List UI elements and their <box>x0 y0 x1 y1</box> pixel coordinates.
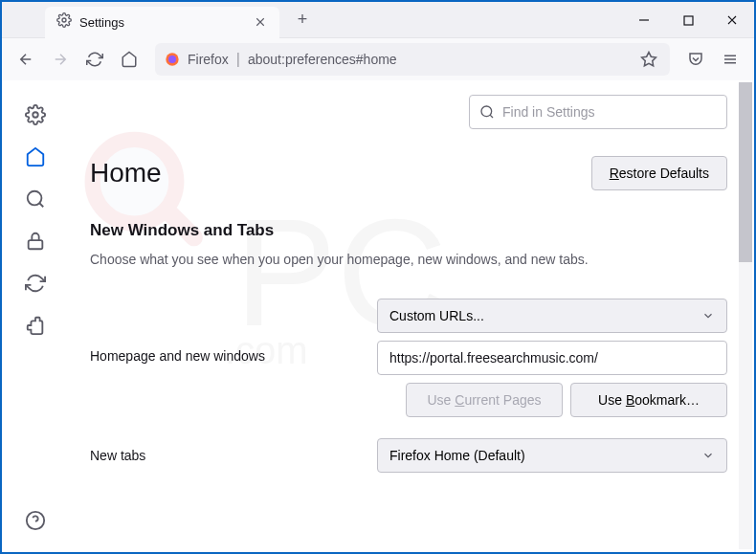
firefox-logo-icon <box>165 52 180 67</box>
forward-button[interactable] <box>44 43 77 76</box>
maximize-button[interactable] <box>666 2 710 38</box>
svg-line-20 <box>490 115 493 118</box>
use-bookmark-button[interactable]: Use Bookmark… <box>570 383 727 417</box>
restore-defaults-button[interactable]: Restore Defaults <box>591 156 727 190</box>
url-bar[interactable]: Firefox | about:preferences#home <box>155 43 670 76</box>
newtabs-mode-select[interactable]: Firefox Home (Default) <box>377 438 727 473</box>
section-title: New Windows and Tabs <box>90 221 727 240</box>
close-tab-icon[interactable] <box>253 14 268 30</box>
minimize-button[interactable] <box>622 2 666 38</box>
svg-point-8 <box>168 55 176 63</box>
newtabs-label: New tabs <box>90 448 358 463</box>
content-scrollbar[interactable] <box>739 82 752 549</box>
page-heading: Home <box>90 158 162 188</box>
newtabs-mode-value: Firefox Home (Default) <box>389 448 525 463</box>
search-icon <box>479 104 495 120</box>
app-menu-button[interactable] <box>714 43 746 76</box>
close-window-button[interactable] <box>710 2 754 38</box>
sidebar-item-privacy[interactable] <box>15 221 56 261</box>
svg-line-15 <box>39 203 43 207</box>
homepage-mode-select[interactable]: Custom URLs... <box>377 299 727 333</box>
svg-point-14 <box>28 191 42 206</box>
homepage-url-input[interactable]: https://portal.freesearchmusic.com/ <box>377 341 727 375</box>
section-description: Choose what you see when you open your h… <box>90 250 727 270</box>
gear-icon <box>56 12 72 32</box>
browser-tab[interactable]: Settings <box>45 7 279 38</box>
bookmark-star-icon[interactable] <box>637 48 660 71</box>
chevron-down-icon <box>701 449 715 462</box>
new-tab-button[interactable]: + <box>289 7 316 33</box>
use-current-pages-button[interactable]: Use Current Pages <box>406 383 563 417</box>
scrollbar-thumb[interactable] <box>739 82 752 262</box>
svg-point-13 <box>33 112 38 118</box>
tab-title: Settings <box>79 15 245 30</box>
sidebar-item-home[interactable] <box>15 137 56 177</box>
settings-search-input[interactable]: Find in Settings <box>469 95 727 129</box>
svg-point-19 <box>481 106 492 117</box>
preferences-sidebar <box>2 80 69 552</box>
sidebar-item-help[interactable] <box>15 500 56 541</box>
url-identity: Firefox <box>188 52 229 67</box>
pocket-icon[interactable] <box>679 43 712 76</box>
home-toolbar-button[interactable] <box>113 43 145 76</box>
homepage-mode-value: Custom URLs... <box>389 308 484 323</box>
svg-rect-6 <box>684 16 693 25</box>
svg-rect-16 <box>29 240 43 249</box>
homepage-label: Homepage and new windows <box>90 341 358 364</box>
sidebar-item-search[interactable] <box>15 179 56 219</box>
sidebar-item-sync[interactable] <box>15 263 56 303</box>
svg-point-4 <box>62 18 66 22</box>
url-separator: | <box>236 51 240 68</box>
reload-button[interactable] <box>78 43 111 76</box>
svg-marker-9 <box>642 53 656 66</box>
sidebar-item-extensions[interactable] <box>15 305 56 345</box>
chevron-down-icon <box>701 309 715 322</box>
search-placeholder: Find in Settings <box>502 104 595 120</box>
back-button[interactable] <box>10 43 42 76</box>
url-text: about:preferences#home <box>248 52 630 67</box>
sidebar-item-general[interactable] <box>15 95 56 135</box>
homepage-url-value: https://portal.freesearchmusic.com/ <box>389 350 598 366</box>
